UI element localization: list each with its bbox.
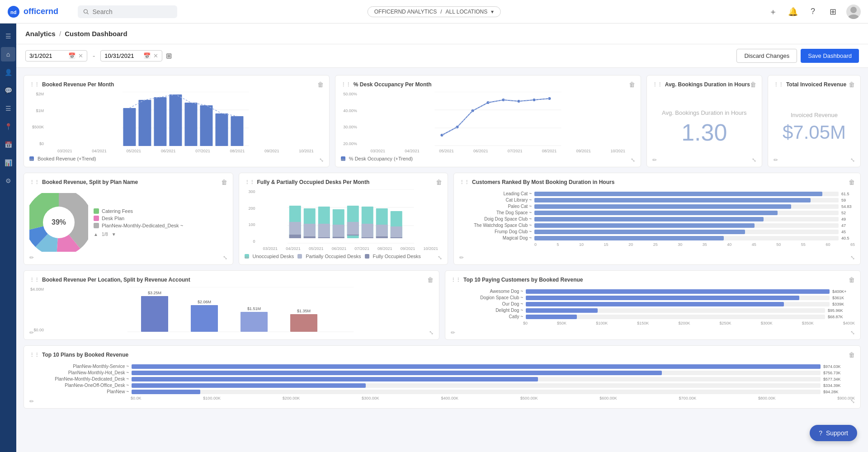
svg-rect-68 xyxy=(191,305,218,332)
plan-bg-1 xyxy=(132,364,821,369)
sidebar-item-person[interactable]: 👤 xyxy=(1,65,15,80)
widget-title-rev-plan: ⋮⋮ Booked Revenue, Split by Plan Name xyxy=(29,179,138,185)
top10-bg-3 xyxy=(526,302,830,306)
hbar-fill-4 xyxy=(534,211,778,215)
plan-row-4: PlanNew-OneOff-Office_Desk ~ $334.39K xyxy=(29,383,855,388)
edit-icon-avg[interactable]: ✏ xyxy=(652,157,657,163)
sidebar-item-home[interactable]: ⌂ xyxy=(1,47,15,61)
edit-icon-plans[interactable]: ✏ xyxy=(29,398,34,405)
apps-icon[interactable]: ⊞ xyxy=(826,5,839,18)
app-logo[interactable]: nd officernd xyxy=(7,5,71,18)
svg-text:nd: nd xyxy=(10,9,16,15)
search-input[interactable] xyxy=(93,8,172,15)
dashboard-layout: ⋮⋮ Booked Revenue Per Month 🗑 $2M$1M$500… xyxy=(16,68,868,416)
pie-container: 39% Catering Fees Desk Plan xyxy=(29,189,227,255)
widget-revenue-plan: ⋮⋮ Booked Revenue, Split by Plan Name 🗑 xyxy=(24,173,233,265)
widget-customers-duration: ⋮⋮ Customers Ranked By Most Booking Dura… xyxy=(453,173,861,265)
plan-fill-4 xyxy=(132,383,366,388)
expand-icon-occ2[interactable]: ⤡ xyxy=(438,254,442,261)
expand-icon-occ[interactable]: ⤡ xyxy=(631,157,635,163)
edit-icon-occ[interactable]: ✏ xyxy=(341,157,345,163)
widget-footer-occ: ✏ ⤡ xyxy=(341,157,635,163)
widget-footer-inv: ✏ ⤡ xyxy=(774,157,855,163)
widget-delete-occupied[interactable]: 🗑 xyxy=(436,179,442,186)
edit-icon-cust[interactable]: ✏ xyxy=(459,254,464,261)
edit-icon-rev-loc[interactable]: ✏ xyxy=(29,330,34,336)
clear-end-icon[interactable]: ✕ xyxy=(153,52,158,59)
legend-desk-dot xyxy=(94,216,99,221)
widget-title-booked-revenue: ⋮⋮ Booked Revenue Per Month xyxy=(29,81,114,88)
widget-delete-rev-plan[interactable]: 🗑 xyxy=(221,179,227,186)
expand-icon-plans[interactable]: ⤡ xyxy=(850,398,855,405)
hbar-val-1: 61.5 xyxy=(841,192,855,196)
date-to-input[interactable] xyxy=(104,52,141,59)
widget-delete-avg-dur[interactable]: 🗑 xyxy=(750,81,756,88)
prev-icon[interactable]: ▲ xyxy=(94,232,98,237)
widget-title-top10-plans: ⋮⋮ Top 10 Plans by Booked Revenue xyxy=(29,352,128,358)
widget-delete-top10-plans[interactable]: 🗑 xyxy=(849,351,855,358)
sidebar: ☰ ⌂ 👤 💬 ☰ 📍 📅 📊 ⚙ xyxy=(0,24,16,416)
date-to-wrap[interactable]: 📅 ✕ xyxy=(100,50,162,61)
discard-changes-button[interactable]: Discard Changes xyxy=(736,49,797,63)
next-icon[interactable]: ▼ xyxy=(112,232,116,237)
location-pill[interactable]: OFFICERND ANALYTICS / ALL LOCATIONS ▾ xyxy=(368,6,501,17)
top10-label-5: Catly ~ xyxy=(451,314,523,319)
edit-icon-plan[interactable]: ✏ xyxy=(29,254,34,261)
widget-revenue-location: ⋮⋮ Booked Revenue Per Location, Split by… xyxy=(24,270,439,340)
plan-label-5: PlanNew ~ xyxy=(29,389,129,394)
sidebar-item-chart[interactable]: 📊 xyxy=(1,155,15,170)
save-dashboard-button[interactable]: Save Dashboard xyxy=(801,49,859,63)
svg-rect-63 xyxy=(390,237,402,238)
expand-icon-cust[interactable]: ⤡ xyxy=(850,254,855,261)
sidebar-item-calendar[interactable]: 📅 xyxy=(1,137,15,152)
sidebar-item-chat[interactable]: 💬 xyxy=(1,83,15,98)
widget-delete-rev-loc[interactable]: 🗑 xyxy=(427,276,434,283)
search-bar[interactable] xyxy=(78,5,177,18)
widget-avg-duration: ⋮⋮ Avg. Bookings Duration in Hours 🗑 Avg… xyxy=(646,75,762,167)
edit-icon-occ2[interactable]: ✏ xyxy=(245,254,249,261)
date-from-input[interactable] xyxy=(29,52,66,59)
edit-icon-inv[interactable]: ✏ xyxy=(774,157,778,163)
sidebar-item-settings[interactable]: ⚙ xyxy=(1,174,15,188)
sidebar-item-list[interactable]: ☰ xyxy=(1,101,15,116)
widget-delete-invoiced[interactable]: 🗑 xyxy=(849,81,855,88)
page-info: 1/8 xyxy=(102,232,108,237)
expand-icon-booked[interactable]: ⤡ xyxy=(319,157,324,163)
clear-icon[interactable]: ✕ xyxy=(78,52,83,59)
expand-icon-rev-loc[interactable]: ⤡ xyxy=(429,330,434,336)
main-content: Analytics / Custom Dashboard 📅 ✕ - 📅 ✕ ⊞… xyxy=(16,24,868,416)
help-icon[interactable]: ? xyxy=(807,5,819,18)
widget-footer-avg: ✏ ⤡ xyxy=(652,157,756,163)
top10-row-4: Delight Dog ~ $95.96K xyxy=(451,308,855,313)
expand-icon-plan[interactable]: ⤡ xyxy=(223,254,227,261)
hbar-fill-7 xyxy=(534,230,745,234)
widget-delete-booked-revenue[interactable]: 🗑 xyxy=(317,81,324,88)
sidebar-item-menu[interactable]: ☰ xyxy=(1,29,15,43)
hbar-fill-5 xyxy=(534,217,764,221)
plan-row-5: PlanNew ~ $94.28K xyxy=(29,389,855,394)
legend-desk-label: Desk Plan xyxy=(102,216,124,221)
date-range-icon[interactable]: ⊞ xyxy=(166,52,172,60)
expand-icon-top10[interactable]: ⤡ xyxy=(850,330,855,336)
avatar[interactable] xyxy=(846,5,861,19)
edit-icon-booked[interactable]: ✏ xyxy=(29,157,34,163)
calendar-end-icon[interactable]: 📅 xyxy=(143,52,151,59)
top10-val-3: $339K xyxy=(832,302,855,306)
svg-rect-51 xyxy=(332,237,344,238)
legend-planmew-dot xyxy=(94,223,99,228)
date-from-wrap[interactable]: 📅 ✕ xyxy=(25,50,87,61)
hbar-fill-3 xyxy=(534,204,791,209)
calendar-icon[interactable]: 📅 xyxy=(68,52,75,59)
edit-icon-top10[interactable]: ✏ xyxy=(451,330,455,336)
sidebar-item-location[interactable]: 📍 xyxy=(1,119,15,134)
top10-fill-1 xyxy=(526,289,830,294)
add-icon[interactable]: ＋ xyxy=(767,5,779,18)
widget-delete-cust-dur[interactable]: 🗑 xyxy=(849,179,855,186)
expand-icon-avg[interactable]: ⤡ xyxy=(752,157,756,163)
widget-delete-occupancy[interactable]: 🗑 xyxy=(629,81,635,88)
bell-icon[interactable]: 🔔 xyxy=(787,5,799,18)
widget-delete-top10-cust[interactable]: 🗑 xyxy=(849,276,855,283)
expand-icon-inv[interactable]: ⤡ xyxy=(850,157,855,163)
svg-rect-48 xyxy=(318,237,330,238)
search-icon xyxy=(83,9,89,15)
